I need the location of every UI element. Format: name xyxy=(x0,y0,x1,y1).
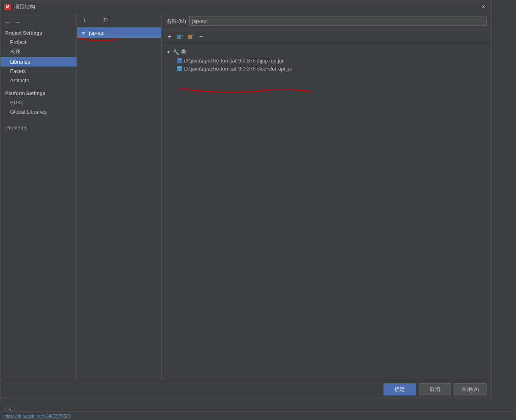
sidebar-item-artifacts[interactable]: Artifacts xyxy=(0,76,77,85)
add-classes-button[interactable]: + xyxy=(175,32,185,42)
tree-toggle-icon: ▼ xyxy=(166,50,171,54)
remove-library-button[interactable]: − xyxy=(91,16,99,25)
nav-forward-button[interactable]: → xyxy=(13,18,21,26)
library-name: jsp-api xyxy=(89,30,104,36)
name-input[interactable] xyxy=(189,17,487,26)
status-bar: https://blog.csdn.net/x2425970538 xyxy=(0,411,516,420)
name-row: 名称:(M) xyxy=(162,13,491,29)
right-panel: 名称:(M) + + + xyxy=(162,13,491,380)
svg-rect-10 xyxy=(178,67,180,68)
remove-entry-button[interactable]: − xyxy=(196,32,206,42)
jar-icon-0 xyxy=(176,57,182,64)
sidebar-item-project[interactable]: Project xyxy=(0,37,77,47)
add-library-button[interactable]: + xyxy=(80,16,89,25)
svg-text:+: + xyxy=(182,33,184,37)
tree-child-0[interactable]: D:\java\apache-tomcat-9.0.37\lib\jsp-api… xyxy=(174,56,488,64)
sidebar-item-libraries[interactable]: Libraries xyxy=(0,57,77,67)
svg-rect-5 xyxy=(188,35,192,39)
tree-child-1[interactable]: D:\java\apache-tomcat-9.0.37\lib\servlet… xyxy=(174,64,488,73)
tree-children: D:\java\apache-tomcat-9.0.37\lib\jsp-api… xyxy=(165,56,488,73)
dialog-body: ← → Project Settings Project 模块 Librarie… xyxy=(0,13,491,380)
title-bar: M 项目结构 × xyxy=(0,0,491,13)
svg-text:+: + xyxy=(192,33,194,37)
library-list-item[interactable]: jsp-api xyxy=(77,27,161,38)
sidebar: ← → Project Settings Project 模块 Librarie… xyxy=(0,13,77,380)
close-button[interactable]: × xyxy=(479,3,487,11)
apply-button[interactable]: 应用(A) xyxy=(454,383,487,395)
wrench-icon: 🔧 xyxy=(173,49,179,55)
sidebar-spacer3 xyxy=(0,120,77,123)
project-structure-dialog: M 项目结构 × ← → Project Settings Project 模块… xyxy=(0,0,492,399)
sidebar-spacer2 xyxy=(0,116,77,120)
add-sources-button[interactable]: + xyxy=(186,32,195,42)
nav-row: ← → xyxy=(0,17,77,28)
jar-path-1: D:\java\apache-tomcat-9.0.37\lib\servlet… xyxy=(184,66,292,72)
ok-button[interactable]: 确定 xyxy=(383,383,416,395)
title-bar-left: M 项目结构 xyxy=(4,3,35,10)
name-label: 名称:(M) xyxy=(166,18,186,25)
middle-panel: + − ⧉ jsp-api xyxy=(77,13,162,380)
sidebar-item-modules[interactable]: 模块 xyxy=(0,47,77,57)
cancel-button[interactable]: 取消 xyxy=(419,383,451,395)
app-icon: M xyxy=(4,4,11,10)
library-icon xyxy=(80,29,87,36)
content-toolbar: + + + − xyxy=(162,29,491,44)
svg-rect-8 xyxy=(178,58,180,60)
sidebar-item-global-libraries[interactable]: Global Libraries xyxy=(0,107,77,116)
svg-rect-3 xyxy=(177,35,181,39)
copy-library-button[interactable]: ⧉ xyxy=(101,16,110,25)
tree-root-node[interactable]: ▼ 🔧 类 xyxy=(165,48,488,56)
bottom-bar: 确定 取消 应用(A) xyxy=(0,380,491,399)
sidebar-item-problems[interactable]: Problems xyxy=(0,123,77,132)
project-settings-header: Project Settings xyxy=(0,28,77,37)
platform-settings-header: Platform Settings xyxy=(0,88,77,98)
svg-rect-9 xyxy=(177,68,182,71)
sidebar-item-sdks[interactable]: SDKs xyxy=(0,98,77,107)
svg-rect-1 xyxy=(82,32,85,33)
svg-rect-7 xyxy=(177,60,182,63)
window-title: 项目结构 xyxy=(14,3,35,10)
library-tree: ▼ 🔧 类 xyxy=(162,44,491,380)
svg-rect-2 xyxy=(82,33,84,34)
library-list: jsp-api xyxy=(77,27,161,380)
tree-root-label: 类 xyxy=(181,48,186,56)
sidebar-spacer xyxy=(0,85,77,88)
add-entry-button[interactable]: + xyxy=(165,32,174,42)
nav-back-button[interactable]: ← xyxy=(4,18,12,26)
jar-path-0: D:\java\apache-tomcat-9.0.37\lib\jsp-api… xyxy=(184,58,284,64)
status-url[interactable]: https://blog.csdn.net/x2425970538 xyxy=(3,414,71,418)
middle-toolbar: + − ⧉ xyxy=(77,13,161,27)
sidebar-item-facets[interactable]: Facets xyxy=(0,67,77,76)
jar-icon-1 xyxy=(176,65,182,72)
